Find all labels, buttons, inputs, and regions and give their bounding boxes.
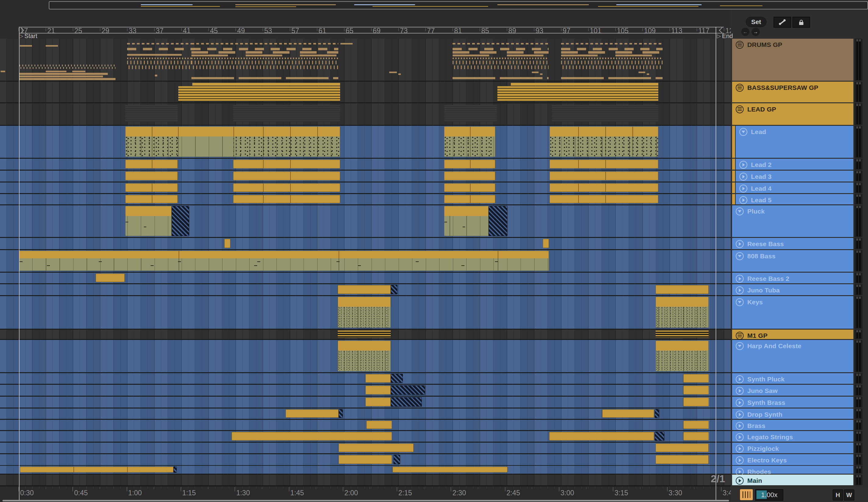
track-header-rhodes[interactable]: Rhodes: [731, 466, 868, 474]
track-title-area[interactable]: Lead: [736, 126, 854, 158]
midi-clip[interactable]: [233, 160, 340, 168]
track-header-synth-pluck[interactable]: Synth Pluck: [731, 373, 868, 384]
bar-ruler[interactable]: 1721252933374145495357616569737781858993…: [0, 9, 731, 27]
track-title-area[interactable]: Lead 3: [736, 170, 854, 181]
track-header-juno-tuba[interactable]: Juno Tuba: [731, 284, 868, 295]
horizontal-scrollbar[interactable]: [2, 500, 729, 501]
group-fold-icon[interactable]: [736, 105, 744, 113]
track-header-main[interactable]: Main: [731, 474, 868, 485]
track-fold-icon[interactable]: [736, 456, 744, 464]
track-fold-icon[interactable]: [736, 411, 744, 419]
midi-clip[interactable]: [365, 386, 391, 395]
track-header-808-bass[interactable]: 808 Bass: [731, 250, 868, 272]
midi-clip[interactable]: [683, 374, 709, 383]
track-title-area[interactable]: Brass: [732, 420, 854, 430]
midi-clip[interactable]: [338, 341, 391, 371]
track-lane-808-bass[interactable]: [0, 250, 731, 272]
drum-clip-texture[interactable]: [127, 39, 192, 81]
midi-clip[interactable]: [125, 160, 178, 168]
midi-clip[interactable]: [549, 160, 658, 168]
track-header-keys[interactable]: Keys: [731, 296, 868, 329]
track-title-area[interactable]: LEAD GP: [732, 103, 854, 125]
track-fold-icon[interactable]: [740, 196, 747, 204]
track-fold-icon[interactable]: [736, 445, 744, 453]
midi-clip[interactable]: [683, 421, 709, 429]
drum-clip-texture[interactable]: [453, 39, 549, 81]
track-header-lead-5[interactable]: Lead 5: [731, 194, 868, 205]
track-title-area[interactable]: Electro Keys: [732, 454, 854, 465]
midi-clip[interactable]: [224, 239, 230, 248]
deactivated-clip[interactable]: [655, 409, 659, 418]
track-fold-icon[interactable]: [740, 173, 747, 181]
midi-clip[interactable]: [444, 160, 495, 168]
track-fold-icon[interactable]: [736, 252, 744, 260]
track-lane-lead-3[interactable]: [0, 170, 731, 181]
track-header-lead-2[interactable]: Lead 2: [731, 159, 868, 170]
arrangement-overview[interactable]: [49, 1, 868, 9]
track-fold-icon[interactable]: [736, 298, 744, 306]
track-header-lead[interactable]: Lead: [731, 126, 868, 158]
group-clip-stack[interactable]: [655, 331, 709, 338]
track-header-pizziglock[interactable]: Pizziglock: [731, 442, 868, 453]
track-fold-icon[interactable]: [736, 207, 744, 215]
midi-clip[interactable]: [233, 184, 340, 192]
drum-clip-texture[interactable]: [192, 39, 338, 81]
track-header-legato-strings[interactable]: Legato Strings: [731, 431, 868, 442]
track-lane-lead-5[interactable]: [0, 194, 731, 205]
track-title-area[interactable]: Drop Synth: [732, 408, 854, 419]
track-header-reese-bass[interactable]: Reese Bass: [731, 238, 868, 249]
track-lane-synth-pluck[interactable]: [0, 373, 731, 384]
midi-clip[interactable]: [233, 195, 340, 203]
drum-clip-texture[interactable]: [19, 39, 115, 81]
track-header-drums-gp[interactable]: DRUMS GP: [731, 39, 868, 81]
deactivated-clip[interactable]: [391, 374, 403, 383]
track-title-area[interactable]: Lead 5: [736, 194, 854, 205]
track-lane-rhodes[interactable]: [0, 466, 731, 474]
track-lane-lead-2[interactable]: [0, 159, 731, 170]
track-title-area[interactable]: M1 GP: [732, 330, 854, 339]
track-lane-electro-keys[interactable]: [0, 454, 731, 465]
midi-clip[interactable]: [444, 184, 495, 192]
midi-clip[interactable]: [655, 455, 709, 464]
track-lane-lead-4[interactable]: [0, 182, 731, 193]
height-zoom-button[interactable]: H: [833, 490, 843, 501]
midi-clip[interactable]: [655, 341, 709, 371]
track-lane-harp-and-celeste[interactable]: [0, 340, 731, 372]
track-header-lead-3[interactable]: Lead 3: [731, 170, 868, 181]
track-fold-icon[interactable]: [736, 240, 744, 248]
track-title-area[interactable]: Synth Brass: [732, 397, 854, 408]
track-title-area[interactable]: Main: [732, 474, 854, 485]
track-lane-drums-gp[interactable]: [0, 39, 731, 81]
track-lane-reese-bass-2[interactable]: [0, 273, 731, 283]
midi-clip[interactable]: [549, 184, 658, 192]
group-clip-stack[interactable]: [338, 331, 391, 338]
deactivated-clip[interactable]: [655, 432, 664, 441]
midi-clip[interactable]: [96, 273, 125, 282]
midi-clip[interactable]: [444, 206, 488, 236]
midi-clip[interactable]: [286, 409, 339, 418]
midi-clip[interactable]: [444, 195, 495, 203]
track-header-drop-synth[interactable]: Drop Synth: [731, 408, 868, 419]
track-header-lead-4[interactable]: Lead 4: [731, 182, 868, 193]
deactivated-clip[interactable]: [339, 409, 343, 418]
track-fold-icon[interactable]: [736, 477, 744, 485]
track-header-reese-bass-2[interactable]: Reese Bass 2: [731, 273, 868, 283]
midi-clip[interactable]: [393, 467, 507, 472]
track-title-area[interactable]: Pizziglock: [732, 442, 854, 453]
track-lane-juno-tuba[interactable]: [0, 284, 731, 295]
midi-clip[interactable]: [655, 285, 709, 294]
deactivated-clip[interactable]: [391, 285, 397, 294]
midi-clip[interactable]: [549, 195, 658, 203]
group-fold-icon[interactable]: [736, 41, 744, 49]
track-title-area[interactable]: Keys: [732, 296, 854, 329]
track-fold-icon[interactable]: [736, 286, 744, 294]
midi-clip[interactable]: [366, 421, 392, 429]
group-fold-icon[interactable]: [736, 332, 744, 339]
midi-clip[interactable]: [549, 432, 654, 440]
track-header-juno-saw[interactable]: Juno Saw: [731, 385, 868, 396]
track-header-synth-brass[interactable]: Synth Brass: [731, 397, 868, 408]
deactivated-clip[interactable]: [391, 397, 422, 407]
track-lane-pluck[interactable]: [0, 205, 731, 237]
midi-clip[interactable]: [683, 386, 709, 395]
midi-clip[interactable]: [338, 285, 391, 294]
